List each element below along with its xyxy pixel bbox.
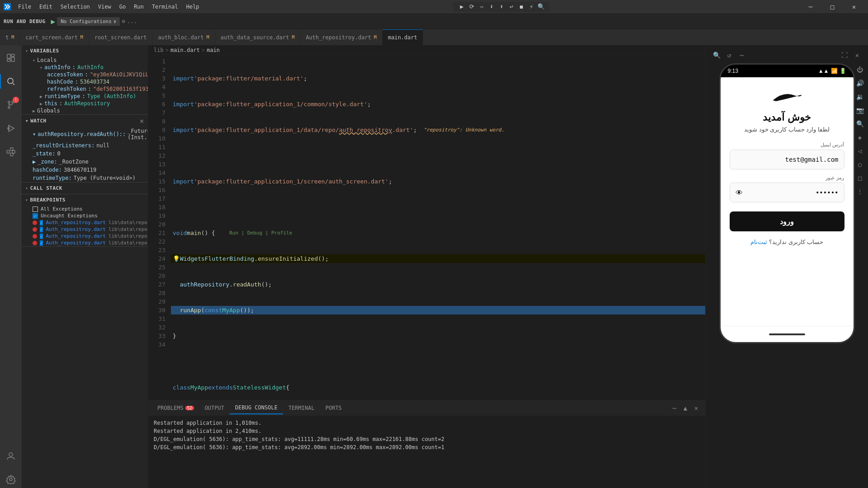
menu-terminal[interactable]: Terminal	[148, 3, 182, 11]
watch-item-2[interactable]: _state: 0	[22, 150, 148, 158]
debug-config-select[interactable]: No Configurations ∨	[57, 17, 120, 26]
bp-uncaught-check[interactable]: ✓	[33, 213, 38, 219]
activity-run-debug[interactable]	[0, 117, 22, 139]
activity-source-control[interactable]: !	[0, 94, 22, 116]
call-stack-header[interactable]: ▾ CALL STACK	[22, 183, 148, 194]
menu-go[interactable]: Go	[116, 3, 129, 11]
menu-selection[interactable]: Selection	[57, 3, 94, 11]
panel-more-icon[interactable]: ⋯	[736, 50, 747, 61]
tab-output[interactable]: OUTPUT	[199, 402, 230, 414]
this-item[interactable]: ▶ this : AuthRepository	[22, 100, 148, 107]
watch-item-3[interactable]: ▶ _zone: _RootZone	[22, 158, 148, 166]
tool-dots[interactable]: ⋮	[854, 185, 866, 198]
bp-check-3[interactable]: ✓	[40, 234, 43, 239]
login-button[interactable]: ورود	[730, 211, 844, 231]
activity-settings[interactable]	[0, 469, 22, 488]
tool-back[interactable]: ◁	[854, 145, 866, 157]
bp-item-2[interactable]: ✓ Auth_repositroy.dart lib\data\repo 54	[22, 226, 148, 233]
breakpoints-header[interactable]: ▾ BREAKPOINTS	[22, 194, 148, 206]
bp-check-2[interactable]: ✓	[40, 227, 43, 232]
watch-header[interactable]: ▾ WATCH ✕	[22, 115, 148, 127]
locals-item[interactable]: ▾ Locals	[22, 56, 148, 64]
debug-play-btn[interactable]: ▶	[51, 17, 56, 26]
runtimetype-item[interactable]: ▶ runtimeType : Type (AuthInfo)	[22, 93, 148, 100]
menu-run[interactable]: Run	[130, 3, 147, 11]
bp-all-check[interactable]	[33, 206, 38, 212]
debug-step-into-btn[interactable]: ⬇	[487, 2, 496, 11]
activity-accounts[interactable]	[0, 445, 22, 467]
maximize-btn[interactable]: □	[822, 0, 843, 14]
bottom-panel-expand[interactable]: ▲	[680, 403, 691, 413]
tab-cart-screen[interactable]: cart_screen.dart M	[20, 29, 89, 45]
accesstoken-item[interactable]: accessToken : "ey30eXAiOiJKV1QiLCJhbGci0…	[22, 71, 148, 78]
password-input[interactable]: 👁 ••••••	[730, 183, 844, 202]
bp-check-1[interactable]: ✓	[40, 220, 43, 225]
email-input[interactable]: test@gmail.com	[730, 150, 844, 169]
debug-stop-btn[interactable]: ◼	[517, 2, 526, 11]
minimize-btn[interactable]: ─	[800, 0, 821, 14]
eye-icon[interactable]: 👁	[736, 188, 743, 197]
register-link[interactable]: ثبت‌نام	[750, 239, 767, 245]
watch-item-4[interactable]: hashCode: 3846670119	[22, 166, 148, 174]
code-content[interactable]: import 'package:flutter/material.dart'; …	[171, 55, 705, 400]
tool-volume-down[interactable]: 🔉	[854, 90, 866, 103]
breadcrumb-maindart[interactable]: main.dart	[170, 47, 200, 53]
bottom-panel-more[interactable]: ⋯	[669, 403, 680, 413]
watch-close-btn[interactable]: ✕	[140, 117, 144, 125]
activity-extensions[interactable]	[0, 141, 22, 163]
watch-item-1[interactable]: _resultOrListeners: null	[22, 141, 148, 150]
tool-volume-up[interactable]: 🔊	[854, 77, 866, 89]
tab-debug-console[interactable]: DEBUG CONSOLE	[230, 402, 283, 414]
bp-item-4[interactable]: ✓ Auth_repositroy.dart lib\data\repo 66	[22, 239, 148, 246]
debug-step-out-btn[interactable]: ⬆	[497, 2, 506, 11]
debug-continue-btn[interactable]: ▶	[457, 2, 466, 11]
watch-item-5[interactable]: runtimeType: Type (Future<void>)	[22, 174, 148, 182]
bp-item-3[interactable]: ✓ Auth_repositroy.dart lib\data\repo 57	[22, 233, 148, 239]
tool-camera[interactable]: 📷	[854, 104, 866, 117]
close-btn[interactable]: ✕	[844, 0, 864, 14]
debug-config-more[interactable]: ⚙	[122, 18, 125, 24]
debug-hot-reload-btn[interactable]: ⚡	[527, 2, 536, 11]
authinfo-item[interactable]: ▾ authInfo : AuthInfo	[22, 64, 148, 71]
bp-item-1[interactable]: ✓ Auth_repositroy.dart lib\data\repo 42	[22, 219, 148, 226]
panel-close-icon[interactable]: ✕	[852, 50, 863, 61]
menu-view[interactable]: View	[94, 3, 115, 11]
activity-search[interactable]	[0, 70, 22, 92]
menu-edit[interactable]: Edit	[36, 3, 56, 11]
tab-main[interactable]: main.dart	[382, 29, 423, 45]
svg-point-4	[8, 78, 13, 84]
refreshtoken-item[interactable]: refreshToken : "def502001163f193d5a72b8c…	[22, 85, 148, 93]
menu-help[interactable]: Help	[183, 3, 203, 11]
tool-square[interactable]: □	[854, 172, 866, 184]
panel-expand-icon[interactable]: ⛶	[839, 50, 850, 61]
bp-all-exceptions[interactable]: All Exceptions	[22, 206, 148, 212]
tab-auth-data-source[interactable]: auth_data_source.dart M	[215, 29, 301, 45]
tool-zoom-in[interactable]: 🔍	[854, 117, 866, 130]
hashcode-item[interactable]: hashCode : 536403734	[22, 78, 148, 85]
tab-terminal[interactable]: TERMINAL	[283, 402, 320, 414]
panel-zoom-icon[interactable]: 🔍	[711, 50, 722, 61]
tab-root-screen[interactable]: root_screen.dart	[89, 29, 153, 45]
debug-pause-btn[interactable]: ⟳	[467, 2, 476, 11]
watch-item-0[interactable]: ▾ authRepository.readAuth():: _Future (I…	[22, 127, 148, 141]
tab-ports[interactable]: PORTS	[320, 402, 347, 414]
debug-step-over-btn[interactable]: ⇨	[477, 2, 486, 11]
debug-search-btn[interactable]: 🔍	[537, 2, 546, 11]
tab-t[interactable]: t M	[0, 29, 20, 45]
activity-explorer[interactable]	[0, 47, 22, 69]
tool-power[interactable]: ⏻	[854, 63, 866, 76]
menu-file[interactable]: File	[14, 3, 35, 11]
tab-problems[interactable]: PROBLEMS 52	[152, 402, 199, 414]
tool-eraser[interactable]: ◈	[854, 131, 866, 144]
globals-item[interactable]: ▶ Globals	[22, 107, 148, 114]
debug-restart-btn[interactable]: ↩	[507, 2, 516, 11]
bp-check-4[interactable]: ✓	[40, 240, 43, 246]
tab-auth-repositroy[interactable]: Auth_repositroy.dart M	[300, 29, 382, 45]
variables-header[interactable]: ▾ VARIABLES	[22, 45, 148, 56]
bp-uncaught-exceptions[interactable]: ✓ Uncaught Exceptions	[22, 212, 148, 219]
panel-rotate-icon[interactable]: ↺	[724, 50, 735, 61]
bottom-panel-close[interactable]: ✕	[691, 403, 702, 413]
debug-config-options[interactable]: ...	[127, 18, 137, 24]
tool-home[interactable]: ○	[854, 158, 866, 171]
tab-auth-bloc[interactable]: auth_bloc.dart M	[152, 29, 215, 45]
